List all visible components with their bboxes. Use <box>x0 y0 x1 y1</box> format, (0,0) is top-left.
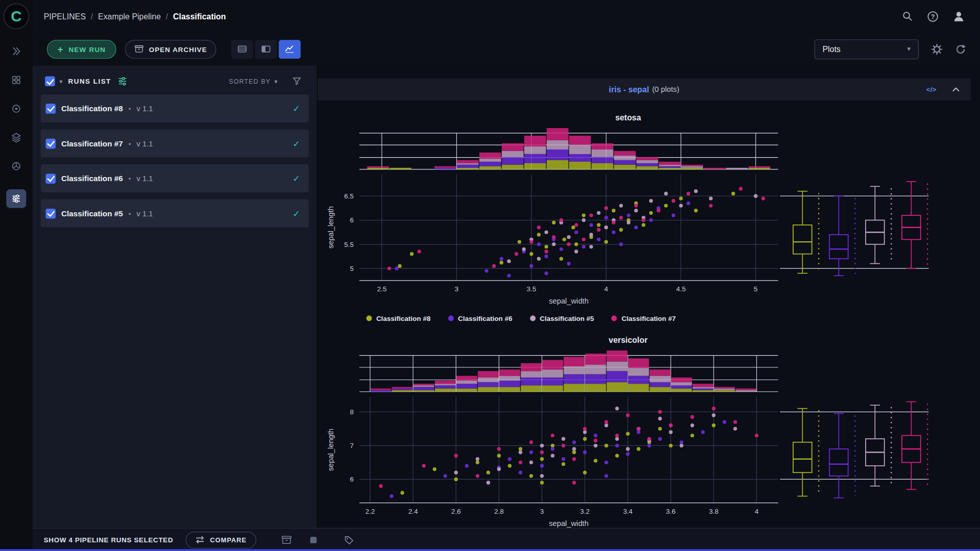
svg-text:2.8: 2.8 <box>494 508 504 515</box>
embed-code-icon[interactable]: </> <box>926 86 936 93</box>
avatar[interactable] <box>952 10 965 22</box>
run-name: Classification #6 <box>61 174 123 183</box>
run-row[interactable]: Classification #5 • v 1.1 ✓ <box>41 199 309 228</box>
plot-group-panel: iris - sepal (0 plots) </> setosa 2.533.… <box>317 78 971 528</box>
svg-text:2.4: 2.4 <box>408 508 418 515</box>
archive-icon[interactable] <box>281 535 291 545</box>
help-icon[interactable]: ? <box>927 10 939 22</box>
legend-item[interactable]: Classification #8 <box>366 313 431 323</box>
pipelines-icon[interactable] <box>6 189 26 208</box>
legend-item[interactable]: Classification #5 <box>530 313 594 323</box>
svg-text:2.5: 2.5 <box>377 285 387 293</box>
chart-versicolor: versicolor 2.22.42.62.833.23.43.63.84678… <box>317 336 971 528</box>
bullet-separator: • <box>129 140 131 147</box>
run-row[interactable]: Classification #7 • v 1.1 ✓ <box>41 129 309 157</box>
clearml-logo[interactable]: C <box>3 3 29 29</box>
svg-text:5: 5 <box>350 265 354 272</box>
pipeline-toolbar: + NEW RUN OPEN ARCHIVE <box>33 33 980 66</box>
svg-text:3.2: 3.2 <box>580 508 590 515</box>
open-archive-button[interactable]: OPEN ARCHIVE <box>125 40 216 59</box>
auto-refresh-icon[interactable] <box>955 43 966 55</box>
breadcrumb: PIPELINES / Example Pipeline / Classific… <box>44 12 226 21</box>
top-bar: PIPELINES / Example Pipeline / Classific… <box>33 0 980 33</box>
breadcrumb-current: Classification <box>173 12 226 21</box>
svg-text:7: 7 <box>350 442 354 449</box>
show-selected-runs-link[interactable]: SHOW 4 PIPELINE RUNS SELECTED <box>44 536 174 544</box>
setosa-scatter-plot[interactable]: 2.533.544.5555.566.5sepal_widthsepal_len… <box>325 124 971 308</box>
archive-icon <box>135 44 144 54</box>
svg-text:8: 8 <box>350 408 354 416</box>
versicolor-scatter-plot[interactable]: 2.22.42.62.833.23.43.63.84678sepal_width… <box>325 347 971 528</box>
plots-view-select[interactable]: Plots ▾ <box>815 39 919 59</box>
runs-list-header: ▾ RUNS LIST SORTED BY ▾ <box>33 68 317 94</box>
legend-dot <box>448 315 454 321</box>
chevron-down-icon[interactable]: ▾ <box>59 78 62 84</box>
new-run-button[interactable]: + NEW RUN <box>47 40 116 59</box>
run-name: Classification #8 <box>61 104 123 113</box>
svg-text:4.5: 4.5 <box>676 285 686 293</box>
breadcrumb-pipelines[interactable]: PIPELINES <box>44 12 86 21</box>
breadcrumb-pipeline-name[interactable]: Example Pipeline <box>98 12 161 21</box>
svg-text:6.5: 6.5 <box>344 192 354 200</box>
run-checkbox[interactable] <box>45 208 56 218</box>
run-version: v 1.1 <box>137 174 153 183</box>
run-version: v 1.1 <box>137 104 153 113</box>
run-completed-check-icon: ✓ <box>292 173 300 184</box>
run-checkbox[interactable] <box>45 173 56 184</box>
tune-filters-icon[interactable] <box>117 76 128 86</box>
breadcrumb-separator: / <box>166 12 168 21</box>
legend-item[interactable]: Classification #7 <box>611 313 676 323</box>
hyper-datasets-icon[interactable] <box>11 161 22 172</box>
filter-icon[interactable] <box>292 76 302 86</box>
runs-list-title: RUNS LIST <box>68 78 111 85</box>
legend-label: Classification #7 <box>622 315 676 322</box>
run-completed-check-icon: ✓ <box>292 208 300 218</box>
sorted-by-label: SORTED BY <box>229 78 271 84</box>
selection-footer: SHOW 4 PIPELINE RUNS SELECTED COMPARE <box>33 528 980 551</box>
table-view-toggle[interactable] <box>231 40 253 59</box>
svg-text:3.8: 3.8 <box>709 508 719 515</box>
svg-text:?: ? <box>931 12 935 20</box>
legend-dot <box>530 315 535 321</box>
view-toggle-group <box>231 40 301 59</box>
abort-icon[interactable] <box>308 535 318 545</box>
run-version: v 1.1 <box>137 139 153 147</box>
search-icon[interactable] <box>902 11 913 22</box>
launch-icon[interactable] <box>11 45 22 57</box>
run-completed-check-icon: ✓ <box>292 104 300 114</box>
svg-text:2.6: 2.6 <box>451 508 461 515</box>
tags-icon[interactable] <box>344 535 354 545</box>
settings-gear-icon[interactable] <box>931 43 942 55</box>
run-version: v 1.1 <box>137 209 153 218</box>
compare-button[interactable]: COMPARE <box>186 531 256 548</box>
bullet-separator: • <box>129 210 131 217</box>
models-icon[interactable] <box>11 103 22 114</box>
plots-view-select-value: Plots <box>822 44 840 54</box>
bullet-separator: • <box>129 174 131 182</box>
content-area: ▾ RUNS LIST SORTED BY ▾ Classifica <box>33 66 980 528</box>
legend-item[interactable]: Classification #6 <box>448 313 512 323</box>
svg-text:4: 4 <box>604 285 608 293</box>
run-name: Classification #5 <box>61 209 123 218</box>
svg-text:3: 3 <box>455 285 458 293</box>
chart-legend: Classification #8 Classification #6 Clas… <box>366 313 971 323</box>
sorted-by-dropdown[interactable]: SORTED BY ▾ <box>229 78 278 84</box>
runs-list-panel: ▾ RUNS LIST SORTED BY ▾ Classifica <box>33 66 317 528</box>
legend-label: Classification #5 <box>540 315 594 322</box>
collapse-chevron-up-icon[interactable] <box>951 86 961 93</box>
chevron-down-icon: ▾ <box>275 78 278 84</box>
layers-icon[interactable] <box>11 132 22 143</box>
split-view-toggle[interactable] <box>255 40 277 59</box>
select-all-checkbox[interactable] <box>45 76 55 86</box>
datasets-icon[interactable] <box>11 74 22 86</box>
bottom-accent-strip <box>0 549 980 551</box>
plots-view-toggle[interactable] <box>279 40 301 59</box>
plots-area: iris - sepal (0 plots) </> setosa 2.533.… <box>317 66 980 528</box>
compare-label: COMPARE <box>210 536 247 544</box>
run-row[interactable]: Classification #8 • v 1.1 ✓ <box>41 94 309 122</box>
run-checkbox[interactable] <box>45 138 56 148</box>
chevron-down-icon: ▾ <box>907 45 911 53</box>
svg-text:sepal_width: sepal_width <box>549 519 589 528</box>
run-row[interactable]: Classification #6 • v 1.1 ✓ <box>41 164 309 192</box>
run-checkbox[interactable] <box>45 104 56 114</box>
